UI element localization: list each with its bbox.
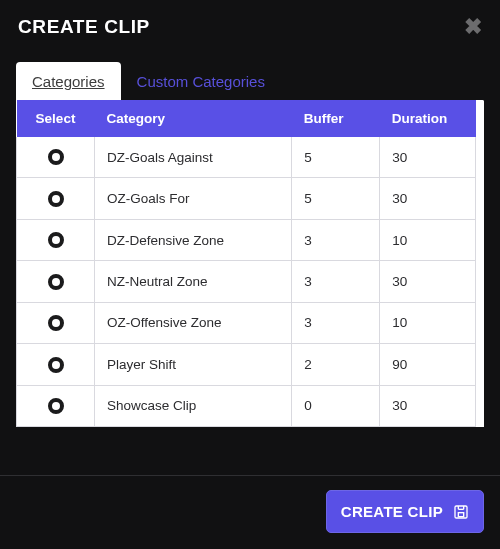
- categories-table: Select Category Buffer Duration DZ-Goals…: [16, 100, 476, 427]
- cell-buffer: 2: [292, 344, 380, 385]
- modal-body: Categories Custom Categories Select Cate…: [0, 50, 500, 475]
- save-icon: [453, 504, 469, 520]
- table-row: OZ-Goals For 5 30: [17, 178, 476, 219]
- col-select: Select: [17, 100, 95, 137]
- modal-header: CREATE CLIP ✖: [0, 0, 500, 50]
- table-row: DZ-Defensive Zone 3 10: [17, 219, 476, 260]
- table-body: DZ-Goals Against 5 30 OZ-Goals For 5 30: [17, 137, 476, 427]
- cell-duration: 90: [380, 344, 476, 385]
- row-radio[interactable]: [48, 274, 64, 290]
- cell-category: DZ-Goals Against: [95, 137, 292, 178]
- cell-category: OZ-Goals For: [95, 178, 292, 219]
- row-radio[interactable]: [48, 191, 64, 207]
- table-row: DZ-Goals Against 5 30: [17, 137, 476, 178]
- create-clip-modal: CREATE CLIP ✖ Categories Custom Categori…: [0, 0, 500, 549]
- row-radio[interactable]: [48, 149, 64, 165]
- cell-buffer: 0: [292, 385, 380, 426]
- create-clip-button[interactable]: CREATE CLIP: [326, 490, 484, 533]
- tabs: Categories Custom Categories: [16, 62, 484, 100]
- table-right-gutter: [476, 100, 484, 427]
- row-radio[interactable]: [48, 315, 64, 331]
- row-radio[interactable]: [48, 398, 64, 414]
- tab-custom-categories[interactable]: Custom Categories: [121, 62, 281, 100]
- table-header-row: Select Category Buffer Duration: [17, 100, 476, 137]
- col-category: Category: [95, 100, 292, 137]
- modal-footer: CREATE CLIP: [0, 475, 500, 549]
- cell-duration: 30: [380, 137, 476, 178]
- tab-categories[interactable]: Categories: [16, 62, 121, 100]
- cell-buffer: 3: [292, 261, 380, 302]
- cell-category: OZ-Offensive Zone: [95, 302, 292, 343]
- cell-duration: 10: [380, 302, 476, 343]
- row-radio[interactable]: [48, 357, 64, 373]
- cell-buffer: 3: [292, 302, 380, 343]
- cell-buffer: 5: [292, 137, 380, 178]
- cell-buffer: 5: [292, 178, 380, 219]
- col-duration: Duration: [380, 100, 476, 137]
- table-row: NZ-Neutral Zone 3 30: [17, 261, 476, 302]
- col-buffer: Buffer: [292, 100, 380, 137]
- table-row: Showcase Clip 0 30: [17, 385, 476, 426]
- cell-duration: 30: [380, 261, 476, 302]
- table-row: OZ-Offensive Zone 3 10: [17, 302, 476, 343]
- cell-category: DZ-Defensive Zone: [95, 219, 292, 260]
- cell-duration: 30: [380, 178, 476, 219]
- cell-category: Player Shift: [95, 344, 292, 385]
- modal-title: CREATE CLIP: [18, 16, 150, 38]
- cell-category: NZ-Neutral Zone: [95, 261, 292, 302]
- cell-buffer: 3: [292, 219, 380, 260]
- svg-rect-1: [458, 512, 463, 516]
- table-row: Player Shift 2 90: [17, 344, 476, 385]
- cell-duration: 30: [380, 385, 476, 426]
- cell-duration: 10: [380, 219, 476, 260]
- row-radio[interactable]: [48, 232, 64, 248]
- cell-category: Showcase Clip: [95, 385, 292, 426]
- categories-table-wrap: Select Category Buffer Duration DZ-Goals…: [16, 100, 484, 427]
- create-clip-button-label: CREATE CLIP: [341, 503, 443, 520]
- close-icon[interactable]: ✖: [462, 14, 484, 40]
